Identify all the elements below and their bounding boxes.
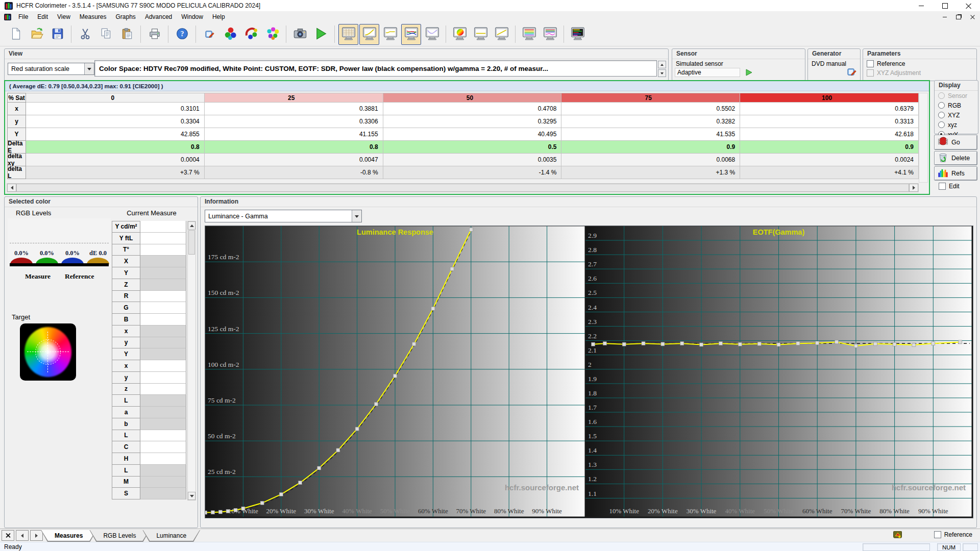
grid-vertical-scrollbar[interactable] — [919, 93, 928, 183]
sensor-run-icon[interactable] — [745, 68, 753, 77]
edit-checkbox[interactable] — [939, 183, 946, 190]
paste-button[interactable] — [117, 24, 137, 45]
display-option-xyz[interactable]: xyz — [935, 120, 978, 130]
spin-up-icon[interactable] — [658, 61, 666, 68]
reference-checkbox[interactable] — [934, 531, 941, 538]
help-button[interactable]: ? — [172, 24, 192, 45]
grayscale-measure-button[interactable] — [241, 24, 261, 45]
tab-close-button[interactable] — [2, 530, 14, 541]
x-tick-label: 30% White — [304, 507, 334, 515]
measures-grid-view-button[interactable] — [338, 24, 358, 45]
delete-button[interactable]: Delete — [934, 151, 977, 165]
mdi-minimize-icon[interactable] — [943, 17, 947, 17]
run-measure-button[interactable] — [311, 24, 331, 45]
x-tick-label: 50% White — [764, 507, 794, 515]
tab-prev-button[interactable] — [16, 530, 29, 541]
cell-y-75: 0.3282 — [561, 115, 740, 128]
minimize-button[interactable] — [910, 0, 933, 11]
open-file-button[interactable] — [27, 24, 46, 45]
color-tracking-view-button[interactable] — [540, 24, 560, 45]
scroll-left-icon[interactable] — [7, 184, 16, 192]
gamma-tracking-view-button[interactable] — [422, 24, 442, 45]
table-row: y0.33040.33060.32950.32820.3313 — [7, 115, 919, 128]
measure-row-value — [140, 418, 186, 430]
color-temperature-view-button[interactable] — [519, 24, 539, 45]
param-reference-row[interactable]: Reference — [863, 59, 976, 68]
go-button[interactable]: Go — [934, 135, 977, 150]
gamut-status-button[interactable] — [893, 531, 902, 540]
info-spinner — [658, 61, 666, 77]
measure-scroll-thumb[interactable] — [188, 230, 195, 255]
view-preset-select[interactable]: Red saturation scale — [8, 63, 94, 75]
rgb-chart-dashed-line — [10, 243, 109, 243]
generator-config-button[interactable] — [847, 67, 857, 79]
reference-checkbox-row[interactable]: Reference — [930, 530, 976, 539]
grid-horizontal-scrollbar[interactable] — [7, 183, 919, 192]
menu-file[interactable]: File — [14, 12, 33, 22]
tab-rgb-levels[interactable]: RGB Levels — [89, 530, 150, 542]
new-file-icon — [9, 27, 22, 42]
measure-table-scrollbar[interactable] — [187, 221, 196, 500]
gamma-view-button[interactable] — [359, 24, 379, 45]
display-option-XYZ[interactable]: XYZ — [935, 110, 978, 120]
cie-chart-view-button[interactable] — [450, 24, 470, 45]
edit-checkbox-row[interactable]: Edit — [935, 182, 963, 191]
save-file-button[interactable] — [47, 24, 67, 45]
tab-luminance[interactable]: Luminance — [142, 530, 200, 542]
information-view-select[interactable]: Luminance - Gamma — [205, 210, 362, 222]
menu-view[interactable]: View — [53, 12, 75, 22]
mdi-restore-icon[interactable] — [956, 15, 961, 19]
sat-column-header-50[interactable]: 50 — [383, 93, 562, 103]
mdi-close-icon[interactable] — [970, 15, 975, 19]
measure-row-22: M — [112, 477, 186, 488]
sensor-config-button[interactable] — [200, 24, 219, 45]
luminance-view-button[interactable] — [380, 24, 400, 45]
menu-help[interactable]: Help — [208, 12, 230, 22]
rising-line-view-button[interactable] — [492, 24, 511, 45]
scroll-right-icon[interactable] — [909, 184, 918, 192]
saturation-measure-icon — [265, 27, 280, 42]
scroll-thumb[interactable] — [16, 184, 909, 192]
menu-window[interactable]: Window — [177, 12, 208, 22]
watermark: hcfr.sourceforge.net — [505, 483, 579, 492]
saturation-measure-button[interactable] — [262, 24, 282, 45]
sensor-mode-field[interactable]: Adaptive — [675, 68, 740, 77]
composite-view-button[interactable] — [568, 24, 587, 45]
spin-down-icon[interactable] — [658, 69, 666, 77]
sat-column-header-25[interactable]: 25 — [205, 93, 383, 103]
scroll-down-icon[interactable] — [188, 492, 195, 500]
tab-next-button[interactable] — [30, 530, 43, 541]
menu-advanced[interactable]: Advanced — [140, 12, 177, 22]
menu-graphs[interactable]: Graphs — [111, 12, 140, 22]
sat-column-header-0[interactable]: 0 — [26, 93, 205, 103]
radio-icon[interactable] — [938, 121, 945, 128]
chart-title: Luminance Response — [357, 228, 433, 236]
scroll-up-icon[interactable] — [188, 221, 195, 230]
close-button[interactable] — [957, 0, 980, 11]
cut-button[interactable] — [75, 24, 95, 45]
checkbox-icon[interactable] — [867, 60, 874, 67]
radio-icon[interactable] — [938, 102, 945, 109]
snapshot-button[interactable] — [290, 24, 310, 45]
copy-button[interactable] — [96, 24, 116, 45]
menu-edit[interactable]: Edit — [33, 12, 53, 22]
data-point-marker — [854, 344, 857, 348]
x-tick-label: 20% White — [266, 507, 296, 515]
flat-line-view-button[interactable] — [471, 24, 491, 45]
print-button[interactable] — [144, 24, 164, 45]
sat-column-header-100[interactable]: 100 — [740, 93, 919, 103]
menu-measures[interactable]: Measures — [75, 12, 111, 22]
button-label: Refs — [951, 170, 965, 177]
refs-button[interactable]: Refs — [934, 166, 977, 181]
data-point-marker — [355, 427, 359, 431]
display-option-RGB[interactable]: RGB — [935, 101, 978, 110]
new-file-button[interactable] — [6, 24, 26, 45]
y-tick-label: 150 cd m-2 — [208, 289, 239, 296]
y-tick-label: 1.7 — [588, 404, 597, 411]
maximize-button[interactable] — [933, 0, 957, 11]
rgb-levels-view-button[interactable] — [401, 24, 421, 45]
sat-column-header-75[interactable]: 75 — [561, 93, 740, 103]
free-measures-button[interactable] — [220, 24, 240, 45]
tab-measures[interactable]: Measures — [41, 530, 96, 542]
radio-icon[interactable] — [938, 112, 945, 118]
